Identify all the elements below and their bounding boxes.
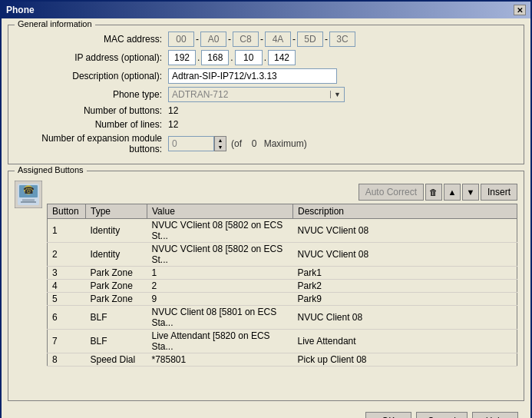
cell-description: NVUC VClient 08 — [293, 243, 517, 267]
ip-field-1[interactable] — [168, 50, 196, 65]
table-row[interactable]: 2 Identity NVUC VClient 08 [5802 on ECS … — [48, 243, 517, 267]
col-header-button: Button — [48, 204, 86, 219]
table-row[interactable]: 7 BLF Live Attendant [5820 on ECS Sta...… — [48, 330, 517, 353]
spinbox-up-icon[interactable]: ▲ — [215, 137, 226, 144]
move-up-button[interactable]: ▲ — [444, 184, 461, 201]
mac-field-3[interactable] — [233, 32, 259, 47]
mac-sep: - — [196, 34, 199, 45]
ip-field-3[interactable] — [235, 50, 263, 65]
mac-field-4[interactable] — [265, 32, 291, 47]
cell-button: 5 — [48, 293, 86, 306]
phone-type-dropdown[interactable]: ADTRAN-712 ▼ — [168, 87, 345, 102]
cell-button: 1 — [48, 219, 86, 243]
table-row[interactable]: 8 Speed Dial *785801 Pick up Client 08 — [48, 353, 517, 367]
title-bar: Phone ✕ — [2, 2, 530, 18]
spinbox-buttons[interactable]: ▲ ▼ — [214, 136, 226, 151]
num-buttons-row: Number of buttons: 12 — [15, 105, 517, 116]
expansion-max-value: 0 — [252, 138, 257, 149]
table-row[interactable]: 3 Park Zone 1 Park1 — [48, 267, 517, 280]
spinbox-down-icon[interactable]: ▼ — [215, 144, 226, 151]
cell-button: 8 — [48, 353, 86, 367]
cell-button: 3 — [48, 267, 86, 280]
ip-field-4[interactable] — [268, 50, 296, 65]
expansion-spinbox: ▲ ▼ (of 0 Maximum) — [168, 136, 307, 151]
cell-value: 2 — [147, 280, 293, 293]
content-area: General information MAC address: - - - -… — [2, 18, 530, 418]
table-row[interactable]: 4 Park Zone 2 Park2 — [48, 280, 517, 293]
cell-value: Live Attendant [5820 on ECS Sta... — [147, 330, 293, 353]
table-row[interactable]: 6 BLF NVUC Client 08 [5801 on ECS Sta...… — [48, 306, 517, 330]
ok-button[interactable]: OK — [365, 412, 411, 418]
cell-type: Park Zone — [86, 293, 147, 306]
mac-sep: - — [325, 34, 328, 45]
cell-value: NVUC VClient 08 [5802 on ECS St... — [147, 219, 293, 243]
cell-type: Park Zone — [86, 267, 147, 280]
num-buttons-label: Number of buttons: — [15, 105, 168, 116]
mac-field-5[interactable] — [297, 32, 323, 47]
mac-sep: - — [260, 34, 263, 45]
assigned-buttons-title: Assigned Buttons — [15, 165, 87, 174]
cell-type: Park Zone — [86, 280, 147, 293]
expansion-max-label: Maximum) — [261, 138, 306, 149]
table-row[interactable]: 5 Park Zone 9 Park9 — [48, 293, 517, 306]
insert-button[interactable]: Insert — [481, 184, 517, 201]
col-header-type: Type — [86, 204, 147, 219]
num-expansion-row: Number of expansion module buttons: ▲ ▼ … — [15, 133, 517, 154]
ip-field-2[interactable] — [201, 50, 229, 65]
num-lines-value: 12 — [168, 119, 178, 130]
cell-value: 1 — [147, 267, 293, 280]
general-info-title: General information — [15, 19, 95, 28]
description-row: Description (optional): — [15, 68, 517, 84]
ip-label: IP address (optional): — [15, 52, 168, 63]
mac-sep: - — [292, 34, 296, 45]
help-button[interactable]: Help — [472, 412, 518, 418]
assigned-top: ☎ Auto Correct 🗑 ▲ ▼ Insert — [15, 174, 517, 367]
phone-type-value: ADTRAN-712 — [172, 89, 228, 100]
ip-row: IP address (optional): . . . — [15, 50, 517, 65]
cell-type: Identity — [86, 243, 147, 267]
cell-description: Live Attendant — [293, 330, 517, 353]
ip-dot: . — [230, 52, 233, 63]
description-input[interactable] — [168, 68, 337, 84]
cancel-button[interactable]: Cancel — [416, 412, 468, 418]
main-window: Phone ✕ General information MAC address:… — [0, 0, 532, 418]
mac-sep: - — [228, 34, 231, 45]
delete-button[interactable]: 🗑 — [425, 184, 442, 201]
cell-type: BLF — [86, 306, 147, 330]
cell-description: Park9 — [293, 293, 517, 306]
cell-button: 6 — [48, 306, 86, 330]
mac-field-1[interactable] — [168, 32, 194, 47]
cell-description: NVUC Client 08 — [293, 306, 517, 330]
dropdown-arrow-icon: ▼ — [330, 91, 341, 98]
assigned-buttons-group: Assigned Buttons ☎ — [8, 171, 524, 401]
num-buttons-value: 12 — [168, 105, 178, 116]
svg-rect-3 — [22, 199, 35, 201]
col-header-value: Value — [147, 204, 293, 219]
mac-field-6[interactable] — [329, 32, 355, 47]
ip-dot: . — [197, 52, 200, 63]
close-button[interactable]: ✕ — [514, 5, 526, 15]
cell-value: NVUC Client 08 [5801 on ECS Sta... — [147, 306, 293, 330]
description-label: Description (optional): — [15, 71, 168, 81]
bottom-buttons: OK Cancel Help — [8, 407, 524, 418]
mac-label: MAC address: — [15, 34, 168, 45]
col-header-description: Description — [293, 204, 517, 219]
cell-button: 4 — [48, 280, 86, 293]
cell-value: NVUC VClient 08 [5802 on ECS St... — [147, 243, 293, 267]
expansion-input[interactable] — [168, 136, 214, 151]
mac-field-2[interactable] — [200, 32, 226, 47]
cell-description: Pick up Client 08 — [293, 353, 517, 367]
ip-dot: . — [264, 52, 266, 63]
auto-correct-button[interactable]: Auto Correct — [359, 184, 424, 201]
cell-value: *785801 — [147, 353, 293, 367]
cell-button: 7 — [48, 330, 86, 353]
num-lines-row: Number of lines: 12 — [15, 119, 517, 130]
move-down-button[interactable]: ▼ — [462, 184, 479, 201]
ip-fields: . . . — [168, 50, 296, 65]
table-row[interactable]: 1 Identity NVUC VClient 08 [5802 on ECS … — [48, 219, 517, 243]
cell-type: BLF — [86, 330, 147, 353]
toolbar: Auto Correct 🗑 ▲ ▼ Insert — [47, 184, 517, 201]
mac-row: MAC address: - - - - - — [15, 32, 517, 47]
mac-fields: - - - - - — [168, 32, 355, 47]
phone-type-row: Phone type: ADTRAN-712 ▼ — [15, 87, 517, 102]
